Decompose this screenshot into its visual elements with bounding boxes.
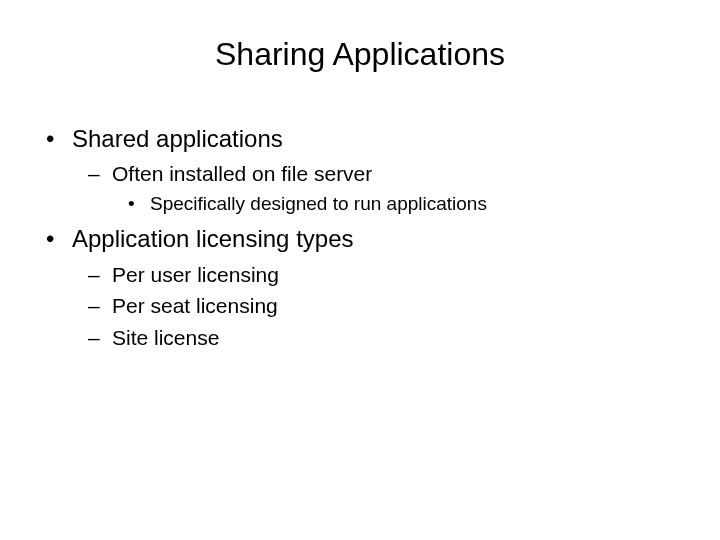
list-item: Often installed on file server Specifica… <box>72 159 690 217</box>
slide-title: Sharing Applications <box>0 0 720 73</box>
list-item-text: Specifically designed to run application… <box>150 193 487 214</box>
list-item: Application licensing types Per user lic… <box>30 223 690 352</box>
list-item-text: Per seat licensing <box>112 294 278 317</box>
list-item-text: Application licensing types <box>72 225 354 252</box>
slide-body: Shared applications Often installed on f… <box>0 73 720 352</box>
list-item: Per seat licensing <box>72 291 690 320</box>
list-item: Site license <box>72 323 690 352</box>
list-item: Shared applications Often installed on f… <box>30 123 690 217</box>
list-item: Specifically designed to run application… <box>112 191 690 218</box>
bullet-list-level-3: Specifically designed to run application… <box>112 191 690 218</box>
slide: Sharing Applications Shared applications… <box>0 0 720 540</box>
list-item-text: Per user licensing <box>112 263 279 286</box>
bullet-list-level-2: Often installed on file server Specifica… <box>72 159 690 217</box>
bullet-list-level-2: Per user licensing Per seat licensing Si… <box>72 260 690 352</box>
list-item-text: Site license <box>112 326 219 349</box>
list-item-text: Often installed on file server <box>112 162 372 185</box>
list-item-text: Shared applications <box>72 125 283 152</box>
bullet-list-level-1: Shared applications Often installed on f… <box>30 123 690 352</box>
list-item: Per user licensing <box>72 260 690 289</box>
